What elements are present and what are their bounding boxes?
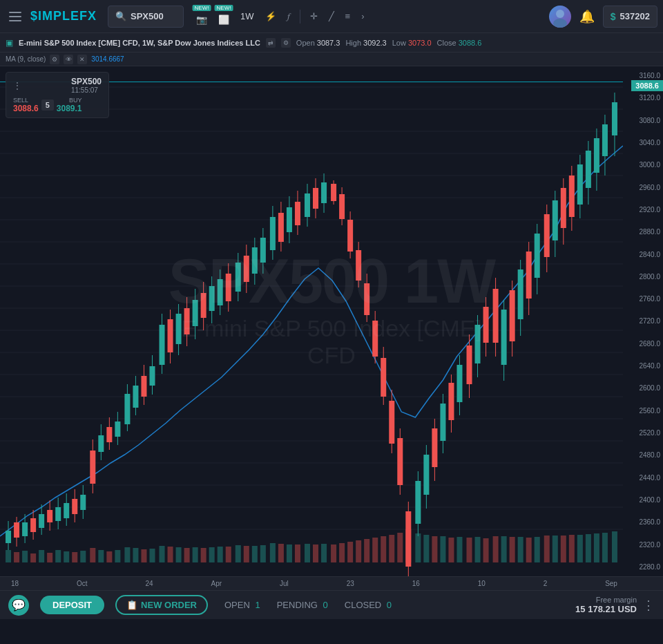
tab-pending[interactable]: PENDING 0 <box>277 600 328 610</box>
dollar-icon: $ <box>611 11 616 22</box>
svg-rect-120 <box>415 481 421 524</box>
svg-rect-211 <box>381 536 386 562</box>
ma-settings[interactable]: ⚙ <box>50 55 59 64</box>
chart-container[interactable]: SPX500 1W E-mini S&P 500 Index [CME] CFD <box>0 66 663 576</box>
svg-rect-130 <box>457 365 462 402</box>
svg-rect-229 <box>535 537 540 562</box>
svg-rect-178 <box>98 550 104 562</box>
drawing-pencil-button[interactable]: 𝑓 <box>283 8 294 25</box>
new-badge-2: NEW! <box>215 5 233 11</box>
support-button[interactable]: 💬 <box>8 595 29 616</box>
svg-rect-152 <box>552 200 558 240</box>
svg-rect-186 <box>168 547 173 562</box>
svg-rect-98 <box>321 182 327 203</box>
more-tools-button[interactable]: ≡ <box>341 8 355 24</box>
screenshot-button[interactable]: 📷 <box>192 12 211 28</box>
new-order-button[interactable]: 📋 NEW ORDER <box>115 595 208 615</box>
svg-rect-192 <box>218 547 223 562</box>
more-options-button[interactable]: ⋮ <box>642 598 655 613</box>
tab-open[interactable]: OPEN 1 <box>224 600 260 610</box>
svg-rect-82 <box>252 247 258 274</box>
tools-expand-button[interactable]: › <box>357 8 368 24</box>
svg-rect-191 <box>209 547 215 562</box>
svg-rect-44 <box>90 451 95 484</box>
svg-rect-205 <box>331 544 336 562</box>
logo: $IMPLEFX <box>30 9 97 23</box>
svg-rect-223 <box>483 538 489 562</box>
price-scale: 3160.0 3120.0 3080.0 3040.0 3000.0 2960.… <box>623 66 663 576</box>
line-tool-button[interactable]: ╱ <box>325 8 338 24</box>
svg-rect-227 <box>518 537 523 562</box>
svg-rect-182 <box>133 548 138 562</box>
footer: 💬 DEPOSIT 📋 NEW ORDER OPEN 1 PENDING 0 C… <box>0 590 663 619</box>
indicator-button[interactable]: ⚡ <box>261 8 280 24</box>
svg-rect-68 <box>193 300 198 326</box>
svg-rect-230 <box>544 536 550 562</box>
svg-rect-90 <box>287 207 292 232</box>
svg-rect-203 <box>313 544 318 562</box>
svg-rect-74 <box>218 279 223 305</box>
svg-rect-54 <box>133 386 138 408</box>
svg-rect-167 <box>6 550 11 562</box>
svg-rect-175 <box>72 552 77 562</box>
svg-rect-169 <box>22 551 28 562</box>
svg-rect-194 <box>236 545 241 562</box>
svg-rect-199 <box>278 544 284 562</box>
svg-rect-228 <box>526 538 532 562</box>
svg-rect-180 <box>115 550 120 562</box>
notifications-button[interactable]: 🔔 <box>577 6 597 27</box>
ma-visibility[interactable]: 👁 <box>64 55 73 64</box>
svg-rect-76 <box>226 274 231 301</box>
svg-rect-200 <box>287 544 292 562</box>
ma-bar: MA (9, close) ⚙ 👁 ✕ 3014.6667 <box>0 53 663 66</box>
topnav: $IMPLEFX 🔍 SPX500 NEW! 📷 NEW! ⬜ 1W ⚡ 𝑓 ✛… <box>0 0 663 33</box>
menu-button[interactable] <box>6 7 25 26</box>
svg-rect-60 <box>160 325 165 365</box>
chart-type-button[interactable]: ⬜ <box>214 12 233 28</box>
svg-rect-212 <box>389 535 394 562</box>
sync-button[interactable]: ⇄ <box>266 38 276 48</box>
crosshair-button[interactable]: ✛ <box>306 8 322 24</box>
svg-rect-220 <box>457 537 462 562</box>
svg-rect-166 <box>612 102 617 135</box>
svg-rect-236 <box>594 533 599 562</box>
deposit-button[interactable]: DEPOSIT <box>40 596 104 614</box>
svg-rect-160 <box>586 151 591 188</box>
svg-rect-106 <box>356 250 361 281</box>
svg-rect-36 <box>55 507 61 521</box>
current-price-tag: 3088.6 <box>631 80 663 91</box>
svg-rect-92 <box>295 202 300 225</box>
svg-rect-232 <box>561 536 566 562</box>
toolbar-divider <box>300 10 300 23</box>
svg-rect-146 <box>526 252 532 299</box>
ticker-widget: ⋮ SPX500 11:55:07 SELL 3088.6 5 BUY 3089… <box>6 72 109 118</box>
spread-button[interactable]: 5 <box>41 100 54 111</box>
svg-rect-181 <box>124 547 130 562</box>
svg-rect-238 <box>612 531 617 562</box>
avatar[interactable] <box>549 6 571 28</box>
drag-handle[interactable]: ⋮ <box>13 81 21 91</box>
svg-rect-214 <box>405 529 411 562</box>
svg-rect-104 <box>347 220 353 252</box>
svg-rect-207 <box>347 542 353 562</box>
tab-closed[interactable]: CLOSED 0 <box>345 600 392 610</box>
svg-rect-64 <box>176 314 182 344</box>
svg-rect-42 <box>80 495 86 510</box>
svg-rect-134 <box>475 325 481 363</box>
balance-display[interactable]: $ 537202 <box>603 6 657 28</box>
svg-rect-154 <box>561 188 566 228</box>
ma-close[interactable]: ✕ <box>77 55 87 64</box>
svg-point-0 <box>556 10 564 18</box>
svg-rect-66 <box>184 308 190 334</box>
svg-rect-56 <box>141 376 146 397</box>
svg-rect-235 <box>586 534 591 562</box>
svg-rect-110 <box>372 321 378 357</box>
search-icon: 🔍 <box>115 11 126 21</box>
svg-rect-226 <box>510 537 515 562</box>
ticker-prices: SELL 3088.6 5 BUY 3089.1 <box>13 97 102 113</box>
timeframe-button[interactable]: 1W <box>236 8 258 24</box>
svg-rect-132 <box>466 345 472 384</box>
symbol-search[interactable]: 🔍 SPX500 <box>108 6 184 28</box>
svg-rect-195 <box>244 546 249 562</box>
chart-settings-button[interactable]: ⚙ <box>281 38 291 48</box>
